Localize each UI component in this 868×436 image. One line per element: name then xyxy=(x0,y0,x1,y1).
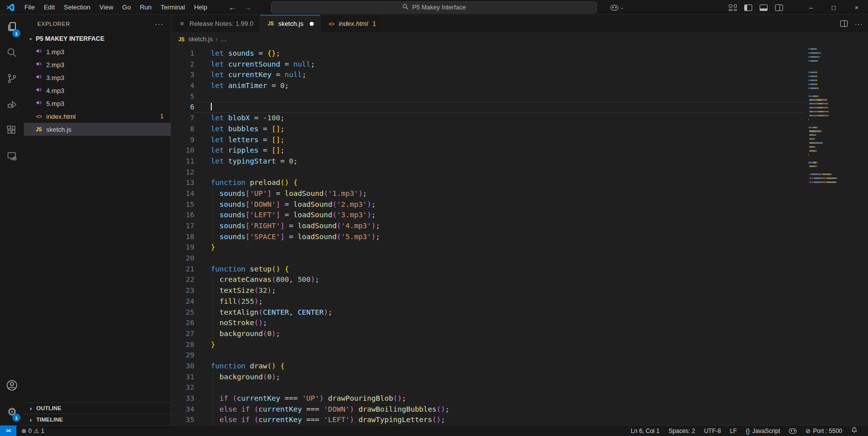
file-item-4.mp3[interactable]: 4.mp3 xyxy=(24,84,171,97)
account-button[interactable] xyxy=(0,373,24,399)
code-area[interactable]: 1let sounds = {};2let currentSound = nul… xyxy=(172,48,805,425)
code-line-17[interactable]: 17 sounds['RIGHT'] = loadSound('4.mp3'); xyxy=(172,221,805,232)
split-editor-icon[interactable] xyxy=(840,20,848,27)
tab-sketch.js[interactable]: JSsketch.js xyxy=(260,15,321,32)
file-item-index.html[interactable]: <>index.html1 xyxy=(24,110,171,123)
chevron-right-icon: › xyxy=(28,416,34,424)
forward-arrow-icon[interactable]: → xyxy=(244,3,252,11)
minimize-button[interactable]: – xyxy=(799,0,822,15)
code-line-21[interactable]: 21function setup() { xyxy=(172,264,805,275)
folder-root[interactable]: › P5 MAKEY INTERFACE xyxy=(24,32,171,45)
command-center-search[interactable]: P5 Makey Interface xyxy=(271,1,597,13)
status-copilot[interactable] xyxy=(784,429,801,434)
problems-status[interactable]: ⊗ 0 ⚠ 1 xyxy=(16,428,49,435)
code-line-4[interactable]: 4let animTimer = 0; xyxy=(172,81,805,91)
code-line-6[interactable]: 6 xyxy=(172,102,805,113)
menu-help[interactable]: Help xyxy=(189,0,212,15)
code-line-18[interactable]: 18 sounds['SPACE'] = loadSound('5.mp3'); xyxy=(172,232,805,243)
audio-icon xyxy=(35,61,43,69)
menu-go[interactable]: Go xyxy=(118,0,135,15)
code-line-15[interactable]: 15 sounds['DOWN'] = loadSound('2.mp3'); xyxy=(172,199,805,210)
code-line-34[interactable]: 34 else if (currentKey === 'DOWN') drawB… xyxy=(172,404,805,415)
code-line-22[interactable]: 22 createCanvas(800, 500); xyxy=(172,274,805,285)
status-spaces-2[interactable]: Spaces: 2 xyxy=(664,428,699,435)
code-line-20[interactable]: 20 xyxy=(172,253,805,264)
line-content: sounds['RIGHT'] = loadSound('4.mp3'); xyxy=(194,221,805,232)
code-line-3[interactable]: 3let currentKey = null; xyxy=(172,70,805,81)
code-line-24[interactable]: 24 fill(255); xyxy=(172,296,805,307)
code-line-25[interactable]: 25 textAlign(CENTER, CENTER); xyxy=(172,307,805,318)
status-utf-8[interactable]: UTF-8 xyxy=(699,428,725,435)
code-line-10[interactable]: 10let ripples = []; xyxy=(172,145,805,156)
code-line-2[interactable]: 2let currentSound = null; xyxy=(172,59,805,70)
activity-source-control[interactable] xyxy=(0,67,24,92)
menu-terminal[interactable]: Terminal xyxy=(156,0,189,15)
section-outline[interactable]: ›OUTLINE xyxy=(24,402,171,414)
code-line-27[interactable]: 27 background(0); xyxy=(172,329,805,340)
customize-layout-icon[interactable] xyxy=(729,4,737,11)
menu-file[interactable]: File xyxy=(20,0,39,15)
code-line-23[interactable]: 23 textSize(32); xyxy=(172,285,805,296)
code-line-8[interactable]: 8let bubbles = []; xyxy=(172,124,805,135)
close-button[interactable]: × xyxy=(845,0,868,15)
status-javascript[interactable]: {}JavaScript xyxy=(741,428,784,435)
line-content: function setup() { xyxy=(194,264,805,275)
file-item-2.mp3[interactable]: 2.mp3 xyxy=(24,58,171,71)
code-line-26[interactable]: 26 noStroke(); xyxy=(172,318,805,329)
remote-indicator[interactable]: >< xyxy=(0,426,16,436)
code-line-7[interactable]: 7let blobX = -100; xyxy=(172,113,805,124)
code-line-32[interactable]: 32 xyxy=(172,382,805,393)
breadcrumb-more[interactable]: … xyxy=(221,36,227,43)
code-line-31[interactable]: 31 background(0); xyxy=(172,372,805,383)
tab-label: Release Notes: 1.99.0 xyxy=(189,20,254,27)
maximize-button[interactable]: □ xyxy=(822,0,845,15)
file-item-5.mp3[interactable]: 5.mp3 xyxy=(24,97,171,110)
file-item-3.mp3[interactable]: 3.mp3 xyxy=(24,71,171,84)
code-line-16[interactable]: 16 sounds['LEFT'] = loadSound('3.mp3'); xyxy=(172,210,805,221)
file-item-1.mp3[interactable]: 1.mp3 xyxy=(24,45,171,58)
menu-selection[interactable]: Selection xyxy=(59,0,94,15)
code-line-1[interactable]: 1let sounds = {}; xyxy=(172,48,805,59)
activity-search[interactable] xyxy=(0,41,24,67)
status-ln-6-col-1[interactable]: Ln 6, Col 1 xyxy=(626,428,664,435)
file-item-sketch.js[interactable]: JSsketch.js xyxy=(24,123,171,136)
code-line-29[interactable]: 29 xyxy=(172,350,805,361)
menu-run[interactable]: Run xyxy=(135,0,156,15)
minimap-line xyxy=(808,60,858,62)
status-lf[interactable]: LF xyxy=(725,428,741,435)
tab-release-notes-1.99.0[interactable]: ≡Release Notes: 1.99.0 xyxy=(172,15,260,32)
code-line-28[interactable]: 28} xyxy=(172,340,805,350)
section-timeline[interactable]: ›TIMELINE xyxy=(24,414,171,425)
minimap[interactable] xyxy=(808,48,858,425)
toggle-panel-icon[interactable] xyxy=(760,4,768,11)
code-line-9[interactable]: 9let letters = []; xyxy=(172,135,805,146)
code-line-35[interactable]: 35 else if (currentKey === 'LEFT') drawT… xyxy=(172,415,805,425)
toggle-primary-sidebar-icon[interactable] xyxy=(744,4,752,11)
unsaved-dot-icon[interactable] xyxy=(310,22,314,26)
back-arrow-icon[interactable]: ← xyxy=(229,3,236,11)
code-line-13[interactable]: 13function preload() { xyxy=(172,177,805,188)
code-line-30[interactable]: 30function draw() { xyxy=(172,361,805,372)
status-bell[interactable] xyxy=(847,427,862,435)
code-line-5[interactable]: 5 xyxy=(172,91,805,102)
status-port-5500[interactable]: ⊘Port : 5500 xyxy=(801,428,847,435)
code-line-19[interactable]: 19} xyxy=(172,242,805,253)
toggle-secondary-sidebar-icon[interactable] xyxy=(775,4,783,11)
copilot-menu[interactable]: ⌄ xyxy=(610,0,624,15)
activity-extensions[interactable] xyxy=(0,118,24,144)
explorer-more-actions[interactable]: ··· xyxy=(155,21,164,26)
menu-view[interactable]: View xyxy=(95,0,118,15)
settings-button[interactable]: ⚙ 1 xyxy=(0,399,24,425)
activity-remote-explorer[interactable] xyxy=(0,144,24,170)
editor-more-actions-icon[interactable]: ··· xyxy=(855,20,863,28)
tab-index.html[interactable]: <>index.html1 xyxy=(321,15,383,32)
menu-edit[interactable]: Edit xyxy=(39,0,59,15)
activity-explorer[interactable]: 1 xyxy=(0,15,24,41)
minimap-line xyxy=(808,80,858,81)
code-line-12[interactable]: 12 xyxy=(172,167,805,178)
breadcrumb[interactable]: JS sketch.js › … xyxy=(172,32,868,46)
code-line-11[interactable]: 11let typingStart = 0; xyxy=(172,156,805,167)
activity-run-debug[interactable] xyxy=(0,92,24,118)
code-line-14[interactable]: 14 sounds['UP'] = loadSound('1.mp3'); xyxy=(172,188,805,199)
code-line-33[interactable]: 33 if (currentKey === 'UP') drawPouringB… xyxy=(172,393,805,404)
